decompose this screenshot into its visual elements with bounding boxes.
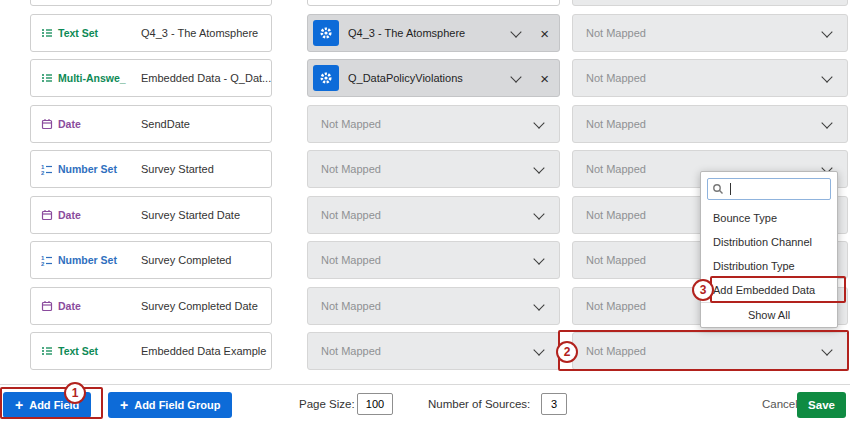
field-name: SendDate — [141, 118, 190, 130]
field-card-partial — [30, 0, 272, 6]
chevron-down-icon — [533, 253, 544, 264]
mapping-value: Q_DataPolicyViolations — [348, 72, 512, 84]
table-row: Multi-Answe_ Embedded Data - Q_Dat... Q_… — [0, 59, 850, 97]
source-mapping-dropdown[interactable]: Q4_3 - The Atomsphere × — [307, 14, 560, 52]
mapping-value: Not Mapped — [321, 300, 535, 312]
multi-answer-icon — [41, 72, 53, 84]
remove-mapping-button[interactable]: × — [540, 26, 549, 41]
field-type: Date — [41, 118, 141, 130]
mapping-value: Not Mapped — [321, 209, 535, 221]
chevron-down-icon — [533, 344, 544, 355]
mapping-value: Not Mapped — [586, 72, 823, 84]
field-type: 12 Number Set — [41, 254, 141, 266]
add-field-button[interactable]: + Add Field — [3, 392, 91, 418]
field-name: Embedded Data Example — [141, 345, 266, 357]
mapping-value: Not Mapped — [321, 163, 535, 175]
mapping-dropdown-partial — [307, 0, 560, 6]
field-card: Date Survey Started Date — [30, 196, 272, 234]
table-row: Date SendDate Not Mapped Not Mapped — [0, 105, 850, 143]
dropdown-option-distribution-channel[interactable]: Distribution Channel — [701, 230, 837, 254]
mapping-value: Not Mapped — [321, 345, 535, 357]
chevron-down-icon — [821, 26, 832, 37]
source2-mapping-dropdown[interactable]: Not Mapped — [572, 59, 848, 97]
search-icon — [712, 183, 724, 195]
table-row: Text Set Embedded Data Example Not Mappe… — [0, 332, 850, 370]
source-mapping-dropdown[interactable]: Not Mapped — [307, 241, 560, 279]
dropdown-option-distribution-type[interactable]: Distribution Type — [701, 254, 837, 278]
field-type: Text Set — [41, 27, 141, 39]
field-card: 12 Number Set Survey Started — [30, 150, 272, 188]
remove-mapping-button[interactable]: × — [540, 71, 549, 86]
gear-icon[interactable] — [313, 20, 339, 46]
field-type-label: Number Set — [58, 254, 117, 266]
dropdown-option-show-all[interactable]: Show All — [701, 302, 837, 327]
field-type-label: Text Set — [58, 345, 98, 357]
source-mapping-dropdown[interactable]: Q_DataPolicyViolations × — [307, 59, 560, 97]
field-card: 12 Number Set Survey Completed — [30, 241, 272, 279]
chevron-down-icon — [511, 71, 522, 82]
field-type-label: Date — [58, 118, 81, 130]
text-set-icon — [41, 27, 53, 39]
source-mapping-dropdown[interactable]: Not Mapped — [307, 332, 560, 370]
date-icon — [41, 209, 53, 221]
footer-bar: + Add Field + Add Field Group Page Size:… — [0, 384, 850, 424]
field-name: Survey Started Date — [141, 209, 240, 221]
number-of-sources-input[interactable] — [541, 393, 567, 415]
add-field-group-label: Add Field Group — [134, 399, 220, 411]
dropdown-search — [707, 178, 831, 200]
search-input[interactable] — [707, 178, 831, 200]
field-type: Date — [41, 300, 141, 312]
source2-mapping-dropdown[interactable]: Not Mapped — [572, 332, 848, 370]
chevron-down-icon — [533, 299, 544, 310]
page-size-label: Page Size: — [299, 398, 355, 410]
source-mapping-dropdown[interactable]: Not Mapped — [307, 196, 560, 234]
dropdown-option-bounce-type[interactable]: Bounce Type — [701, 206, 837, 230]
chevron-down-icon — [533, 162, 544, 173]
svg-text:2: 2 — [41, 261, 45, 267]
mapping-value: Not Mapped — [321, 118, 535, 130]
date-icon — [41, 118, 53, 130]
mapping-value: Not Mapped — [586, 27, 823, 39]
field-card: Date Survey Completed Date — [30, 287, 272, 325]
chevron-down-icon — [511, 26, 522, 37]
field-type-label: Text Set — [58, 27, 98, 39]
field-name: Embedded Data - Q_Dat... — [141, 72, 271, 84]
mapping-dropdown-partial — [572, 0, 848, 6]
cancel-button[interactable]: Cancel — [762, 398, 798, 410]
mapping-value: Not Mapped — [586, 118, 823, 130]
field-card: Text Set Embedded Data Example — [30, 332, 272, 370]
text-set-icon — [41, 345, 53, 357]
add-field-label: Add Field — [29, 399, 79, 411]
date-icon — [41, 300, 53, 312]
field-name: Survey Completed — [141, 254, 232, 266]
number-set-icon: 12 — [41, 254, 53, 266]
add-field-group-button[interactable]: + Add Field Group — [108, 392, 232, 418]
mapping-value: Not Mapped — [586, 345, 823, 357]
field-type: Text Set — [41, 345, 141, 357]
save-button[interactable]: Save — [797, 392, 846, 418]
field-card: Multi-Answe_ Embedded Data - Q_Dat... — [30, 59, 272, 97]
field-card: Date SendDate — [30, 105, 272, 143]
field-type-label: Multi-Answe_ — [58, 72, 126, 84]
source2-mapping-dropdown[interactable]: Not Mapped — [572, 14, 848, 52]
source2-mapping-dropdown[interactable]: Not Mapped — [572, 105, 848, 143]
field-type: 12 Number Set — [41, 163, 141, 175]
plus-icon: + — [15, 398, 23, 412]
mapping-value: Not Mapped — [321, 254, 535, 266]
field-type: Multi-Answe_ — [41, 72, 141, 84]
field-card: Text Set Q4_3 - The Atomsphere — [30, 14, 272, 52]
svg-text:2: 2 — [41, 170, 45, 176]
source-mapping-dropdown[interactable]: Not Mapped — [307, 150, 560, 188]
gear-icon[interactable] — [313, 65, 339, 91]
mapping-dropdown-panel: Bounce Type Distribution Channel Distrib… — [700, 171, 838, 328]
dropdown-option-add-embedded-data[interactable]: Add Embedded Data — [701, 278, 837, 302]
text-caret — [730, 183, 731, 195]
page-size-input[interactable] — [357, 393, 393, 415]
mapping-value: Q4_3 - The Atomsphere — [348, 27, 512, 39]
chevron-down-icon — [533, 208, 544, 219]
field-type-label: Number Set — [58, 163, 117, 175]
source-mapping-dropdown[interactable]: Not Mapped — [307, 105, 560, 143]
field-type-label: Date — [58, 300, 81, 312]
field-name: Survey Started — [141, 163, 214, 175]
source-mapping-dropdown[interactable]: Not Mapped — [307, 287, 560, 325]
